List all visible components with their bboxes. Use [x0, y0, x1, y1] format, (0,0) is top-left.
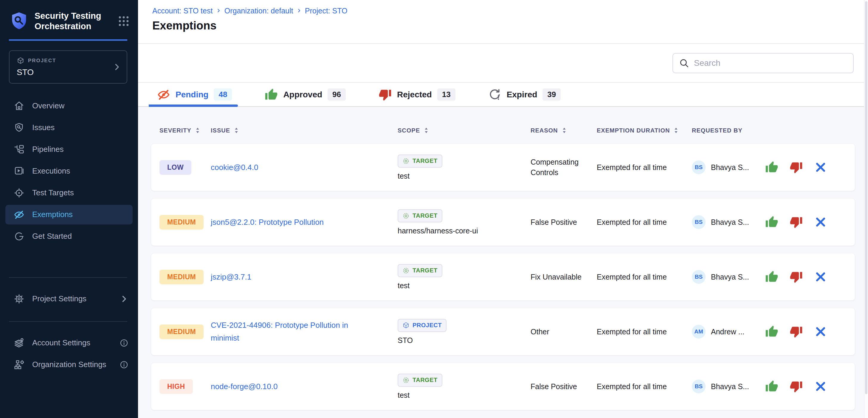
sort-icon[interactable]: [195, 127, 200, 134]
breadcrumb-link-1[interactable]: Organization: default: [224, 6, 293, 15]
scrollbar-thumb[interactable]: [865, 1, 867, 394]
issue-link[interactable]: json5@2.2.0: Prototype Pollution: [211, 216, 324, 229]
scrollbar: [864, 0, 868, 418]
search-box: [673, 53, 854, 73]
column-header-requested-by: REQUESTED BY: [692, 127, 759, 134]
sidebar-item-label: Account Settings: [32, 338, 90, 347]
tab-approved[interactable]: Approved96: [260, 83, 350, 106]
history-icon: [488, 88, 501, 101]
project-cube-icon: [402, 322, 409, 329]
table-rows: LOWcookie@0.4.0TARGETtestCompensating Co…: [151, 144, 855, 410]
exemptions-table: SEVERITYISSUESCOPEREASONEXEMPTION DURATI…: [138, 107, 868, 418]
pipelines-icon: [14, 144, 25, 155]
project-selector-value: STO: [17, 68, 120, 77]
page-header: Account: STO test›Organization: default›…: [138, 0, 868, 44]
sidebar-item-label: Pipelines: [32, 145, 64, 154]
requester-avatar: BS: [692, 380, 706, 393]
reason-text: False Positive: [531, 217, 597, 228]
sidebar-item-test-targets[interactable]: Test Targets: [5, 183, 133, 203]
severity-badge: MEDIUM: [159, 215, 204, 230]
reject-button[interactable]: [789, 380, 803, 393]
column-header-scope[interactable]: SCOPE: [398, 127, 531, 134]
sidebar-item-organization-settings[interactable]: Organization Settings: [5, 355, 133, 375]
sort-icon[interactable]: [234, 127, 239, 134]
cancel-request-button[interactable]: [814, 161, 827, 174]
sidebar-item-executions[interactable]: Executions: [5, 161, 133, 181]
sidebar-item-account-settings[interactable]: Account Settings: [5, 333, 133, 353]
app-title: Security Testing Orchestration: [35, 11, 104, 32]
reason-text: Fix Unavailable: [531, 272, 597, 282]
tab-label: Approved: [283, 90, 322, 99]
scope-type: TARGET: [412, 212, 438, 219]
tab-rejected[interactable]: Rejected13: [374, 83, 460, 106]
breadcrumb-link-2[interactable]: Project: STO: [305, 6, 347, 15]
requester-avatar: AM: [692, 325, 706, 339]
search-icon: [679, 58, 689, 68]
thumbs-up-icon: [265, 88, 278, 101]
breadcrumb-link-0[interactable]: Account: STO test: [152, 6, 213, 15]
column-header-issue[interactable]: ISSUE: [211, 127, 398, 134]
shield-search-icon: [14, 123, 25, 133]
sidebar-divider: [9, 321, 127, 322]
sidebar-item-overview[interactable]: Overview: [5, 96, 133, 116]
scope-name: STO: [398, 336, 413, 345]
sidebar-item-label: Issues: [32, 123, 55, 132]
column-header-exemption-duration[interactable]: EXEMPTION DURATION: [597, 127, 692, 134]
sidebar-nav: OverviewIssuesPipelinesExecutionsTest Ta…: [0, 96, 138, 246]
column-label: REQUESTED BY: [692, 127, 743, 134]
sidebar-footer-bottom: Account SettingsOrganization Settings: [0, 333, 138, 375]
sidebar-item-project-settings[interactable]: Project Settings: [5, 289, 133, 309]
sidebar-item-get-started[interactable]: Get Started: [5, 227, 133, 246]
main-content: Account: STO test›Organization: default›…: [138, 0, 868, 418]
requester-name: Bhavya S...: [711, 382, 749, 391]
sidebar-item-issues[interactable]: Issues: [5, 118, 133, 138]
tab-label: Pending: [176, 90, 208, 99]
issue-link[interactable]: node-forge@0.10.0: [211, 380, 278, 393]
search-input[interactable]: [694, 58, 847, 68]
exemption-row: LOWcookie@0.4.0TARGETtestCompensating Co…: [151, 144, 855, 191]
target-scope-icon: [402, 377, 409, 384]
sidebar-item-exemptions[interactable]: Exemptions: [5, 205, 133, 224]
approve-button[interactable]: [765, 161, 778, 174]
sidebar-item-pipelines[interactable]: Pipelines: [5, 140, 133, 159]
sort-icon[interactable]: [674, 127, 678, 134]
tab-count-badge: 96: [328, 89, 346, 101]
cancel-request-button[interactable]: [814, 325, 827, 338]
sidebar-item-label: Overview: [32, 101, 64, 110]
reason-text: Other: [531, 326, 597, 337]
approve-button[interactable]: [765, 325, 778, 338]
sort-icon[interactable]: [562, 127, 567, 134]
cancel-request-button[interactable]: [814, 215, 827, 229]
apps-grid-icon[interactable]: [117, 14, 130, 28]
reject-button[interactable]: [789, 215, 803, 229]
tab-expired[interactable]: Expired39: [484, 83, 566, 106]
target-scope-icon: [402, 212, 409, 219]
reject-button[interactable]: [789, 325, 803, 338]
approve-button[interactable]: [765, 270, 778, 283]
breadcrumb-separator: ›: [217, 6, 220, 15]
cancel-request-button[interactable]: [814, 270, 827, 283]
tab-count-badge: 39: [542, 89, 561, 101]
tab-count-badge: 48: [214, 89, 232, 101]
reject-button[interactable]: [789, 161, 803, 174]
target-scope-icon: [402, 158, 409, 165]
cancel-request-button[interactable]: [814, 380, 827, 393]
scope-badge: TARGET: [398, 209, 442, 222]
sidebar-footer-top: Project Settings: [0, 289, 138, 309]
issue-link[interactable]: CVE-2021-44906: Prototype Pollution in m…: [211, 319, 366, 345]
column-header-reason[interactable]: REASON: [531, 127, 597, 134]
project-selector[interactable]: PROJECT STO: [9, 50, 127, 84]
sort-icon[interactable]: [424, 127, 429, 134]
issue-link[interactable]: cookie@0.4.0: [211, 161, 258, 174]
page-title: Exemptions: [152, 20, 854, 32]
tab-pending[interactable]: Pending48: [152, 83, 237, 106]
sidebar-item-label: Get Started: [32, 232, 72, 241]
exemption-duration: Exempted for all time: [597, 163, 692, 172]
reject-button[interactable]: [789, 270, 803, 283]
issue-link[interactable]: jszip@3.7.1: [211, 271, 251, 283]
sidebar: Security Testing Orchestration PROJECT S…: [0, 0, 138, 418]
requester-name: Bhavya S...: [711, 273, 749, 281]
approve-button[interactable]: [765, 380, 778, 393]
approve-button[interactable]: [765, 215, 778, 229]
column-header-severity[interactable]: SEVERITY: [159, 127, 211, 134]
